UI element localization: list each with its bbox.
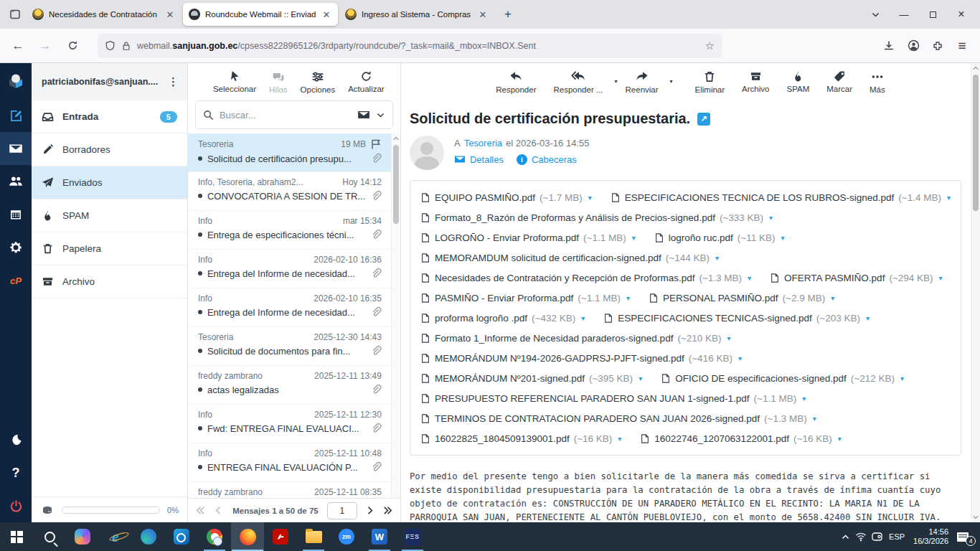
search-options-chevron-icon[interactable] — [376, 110, 385, 120]
last-page-icon[interactable] — [382, 505, 393, 516]
new-tab-button[interactable]: + — [498, 4, 518, 24]
folder-item[interactable]: Archivo — [32, 265, 187, 298]
browser-tab[interactable]: Roundcube Webmail :: Enviados ✕ — [183, 3, 338, 26]
attachment-item[interactable]: LOGROÑO - Enviar Proforma.pdf(~1.1 MB)▾ — [420, 232, 636, 243]
attachment-item[interactable]: Formato_8_Razón de Proformas y Análisis … — [420, 212, 773, 223]
message-row[interactable]: Info 2025-12-11 10:48 ENTREGA FINAL EVAL… — [188, 443, 400, 482]
browser-tab[interactable]: Ingreso al Sistema - Compras P ✕ — [339, 3, 494, 26]
folder-item[interactable]: Borradores — [32, 133, 187, 166]
message-row[interactable]: freddy zambrano 2025-12-11 08:35 — [188, 482, 400, 498]
reload-button[interactable] — [60, 34, 85, 58]
taskbar-firefox-button[interactable] — [231, 522, 264, 551]
tray-chevron-up-icon[interactable] — [841, 532, 850, 542]
attachment-menu-caret-icon[interactable]: ▾ — [864, 314, 870, 322]
content-scroll-down-icon[interactable] — [971, 512, 980, 522]
archive-button[interactable]: Archivo — [735, 70, 776, 93]
unread-dot[interactable] — [198, 194, 202, 198]
unread-dot[interactable] — [198, 232, 202, 237]
message-row[interactable]: Tesoreria 2025-12-30 14:43 Solicitud de … — [188, 327, 400, 366]
attachment-menu-caret-icon[interactable]: ▾ — [631, 234, 636, 242]
meet-now-icon[interactable] — [872, 532, 884, 542]
message-row[interactable]: Info mar 15:34 Entrega de especificacion… — [188, 211, 400, 250]
attachment-menu-caret-icon[interactable]: ▾ — [938, 274, 943, 282]
options-button[interactable]: Opciones — [294, 70, 342, 94]
folder-item[interactable]: Enviados — [32, 166, 187, 199]
forward-button[interactable]: → — [33, 34, 57, 58]
attachment-item[interactable]: Necesidades de Contratación y Recepción … — [420, 273, 751, 283]
attachment-item[interactable]: logroño ruc.pdf(~11 KB)▾ — [654, 232, 785, 243]
message-row[interactable]: Info 2025-12-11 12:30 Fwd: ENTREGA FINAL… — [188, 405, 400, 443]
reply-all-caret-icon[interactable]: ▾ — [615, 78, 618, 85]
unread-dot[interactable] — [198, 387, 202, 392]
attachment-menu-caret-icon[interactable]: ▾ — [737, 354, 742, 362]
flag-icon[interactable] — [370, 138, 382, 150]
attachment-item[interactable]: MEMORAMDUM solicitud de certificacion-si… — [420, 253, 719, 263]
tab-close-icon[interactable]: ✕ — [477, 9, 489, 20]
mark-button[interactable]: Marcar — [820, 70, 859, 93]
next-page-icon[interactable] — [364, 505, 375, 516]
rail-logout-button[interactable] — [0, 489, 32, 522]
message-row[interactable]: Tesoreria 19 MB Solicitud de certificaci… — [188, 133, 400, 172]
attachment-item[interactable]: PERSONAL PASMIÑO.pdf(~2.9 MB)▾ — [649, 293, 834, 303]
recipient-link[interactable]: Tesoreria — [464, 138, 502, 149]
more-button[interactable]: Más — [863, 70, 892, 94]
list-scrollbar-thumb[interactable] — [393, 145, 399, 224]
threads-button[interactable]: Hilos — [263, 70, 294, 94]
taskbar-search-button[interactable] — [33, 522, 66, 551]
language-indicator[interactable]: ESP — [889, 532, 905, 541]
taskbar-fes-button[interactable]: FΞS — [396, 522, 429, 551]
forward-button[interactable]: Reenviar ▾ — [619, 70, 670, 94]
content-scrollbar-thumb[interactable] — [973, 75, 979, 211]
attachment-menu-caret-icon[interactable]: ▾ — [625, 294, 630, 302]
folder-item[interactable]: Entrada 5 — [32, 100, 187, 133]
menu-hamburger-icon[interactable]: ≡ — [950, 34, 974, 58]
message-row[interactable]: Info 2026-02-10 16:36 Entrega del Inform… — [188, 250, 400, 288]
minimize-button[interactable]: — — [890, 3, 918, 26]
unread-dot[interactable] — [198, 271, 202, 276]
attachment-item[interactable]: OFERTA PASMIÑO.pdf(~294 KB)▾ — [770, 273, 943, 283]
attachment-menu-caret-icon[interactable]: ▾ — [587, 194, 592, 202]
delete-button[interactable]: Eliminar — [689, 70, 732, 94]
shield-icon[interactable] — [105, 40, 116, 51]
attachment-item[interactable]: ESPECIFICACIONES TECNICAS-signed.pdf(~20… — [603, 313, 870, 324]
browser-tab[interactable]: Necesidades de Contratación y ✕ — [27, 3, 182, 26]
attachment-item[interactable]: 16022825_1804509139001.pdf(~16 KB)▾ — [420, 433, 621, 444]
content-scrollbar[interactable] — [971, 63, 980, 522]
attachment-menu-caret-icon[interactable]: ▾ — [801, 395, 806, 402]
bookmark-star-icon[interactable]: ☆ — [705, 39, 715, 52]
account-icon[interactable] — [901, 34, 925, 58]
taskbar-word-button[interactable]: W — [363, 522, 396, 551]
attachment-menu-caret-icon[interactable]: ▾ — [616, 435, 621, 443]
unread-dot[interactable] — [198, 426, 202, 430]
attachment-item[interactable]: TERMINOS DE CONTRATACION PARADERO SAN JU… — [420, 413, 816, 424]
attachment-item[interactable]: proforma logroño .pdf(~432 KB)▾ — [420, 313, 585, 324]
attachment-item[interactable]: ESPECIFICACIONES TECNICA DE LOS RUBROS-s… — [611, 192, 951, 203]
attachment-menu-caret-icon[interactable]: ▾ — [637, 375, 642, 382]
firefox-view-button[interactable] — [4, 4, 26, 25]
first-page-icon[interactable] — [195, 505, 206, 516]
attachment-item[interactable]: OFICIO DE especificaciones-signed.pdf(~2… — [661, 373, 904, 384]
folder-item[interactable]: SPAM — [32, 199, 187, 232]
back-button[interactable]: ← — [6, 34, 30, 58]
list-scrollbar[interactable] — [391, 133, 400, 498]
rail-compose-button[interactable] — [0, 99, 32, 132]
attachment-menu-caret-icon[interactable]: ▾ — [946, 194, 951, 202]
attachment-menu-caret-icon[interactable]: ▾ — [829, 294, 834, 302]
rail-settings-button[interactable] — [0, 231, 32, 264]
extensions-icon[interactable] — [925, 34, 950, 58]
tab-close-icon[interactable]: ✕ — [321, 9, 332, 20]
unread-dot[interactable] — [198, 310, 202, 314]
notification-center-button[interactable]: 4 — [957, 529, 974, 545]
taskbar-file-explorer-button[interactable] — [297, 522, 330, 551]
headers-toggle[interactable]: i Cabeceras — [517, 154, 577, 165]
tab-close-icon[interactable]: ✕ — [164, 9, 176, 20]
taskbar-edge-button[interactable] — [132, 522, 165, 551]
attachment-item[interactable]: Formato 1_Informe de Necesidad paraderos… — [420, 333, 731, 344]
unread-dot[interactable] — [198, 465, 202, 469]
taskbar-acrobat-button[interactable] — [264, 522, 297, 551]
taskbar-internet-explorer-button[interactable]: e — [99, 522, 132, 551]
attachment-menu-caret-icon[interactable]: ▾ — [779, 234, 784, 242]
rail-darkmode-button[interactable] — [0, 423, 32, 456]
close-window-button[interactable]: × — [947, 3, 976, 26]
rail-mail-button[interactable] — [0, 132, 32, 165]
